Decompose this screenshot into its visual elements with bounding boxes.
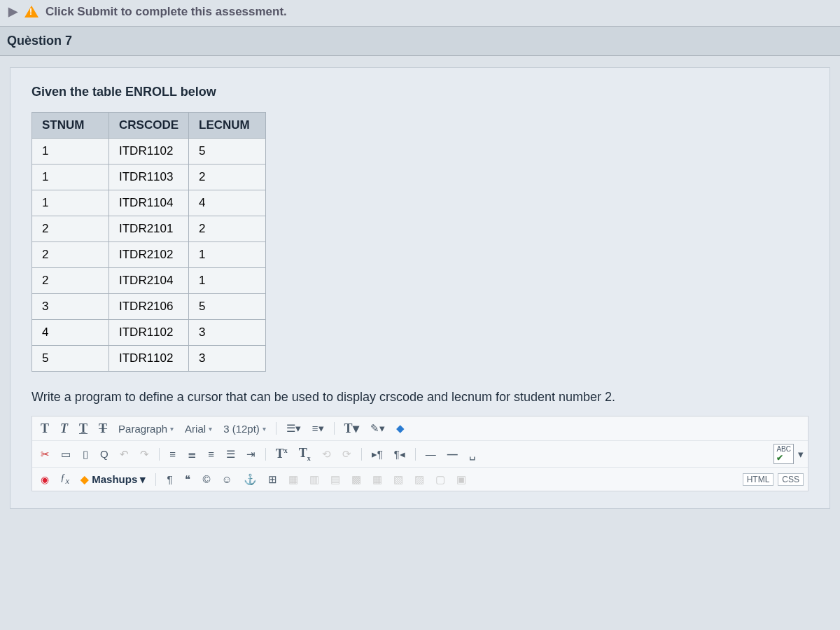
hr-thin-button[interactable]: —	[421, 447, 440, 461]
pilcrow-button[interactable]: ¶	[162, 472, 177, 486]
strike-button[interactable]: T	[94, 420, 111, 438]
rtl-button[interactable]: ¶◂	[390, 447, 410, 462]
table-button[interactable]: ⊞	[264, 472, 281, 487]
underline-button[interactable]: T	[75, 420, 92, 438]
font-select[interactable]: Arial▾	[181, 421, 216, 436]
link-button[interactable]: ⟲	[318, 447, 335, 462]
number-list-button[interactable]: ≡▾	[308, 421, 328, 436]
tbl-col-button[interactable]: ▤	[326, 472, 344, 487]
table-row: 2ITDR21041	[32, 268, 266, 294]
tbl-merge-button[interactable]: ▦	[368, 472, 386, 487]
tbl-del-button[interactable]: ▩	[347, 472, 365, 487]
assessment-hint: ▶ Click Submit to complete this assessme…	[0, 0, 840, 26]
italic-button[interactable]: T	[56, 420, 72, 438]
question-panel: Given the table ENROLL below STNUM CRSCO…	[10, 67, 830, 509]
table-row: 3ITDR21065	[32, 294, 266, 320]
eraser-button[interactable]: ◆	[392, 421, 409, 436]
format-select[interactable]: Paragraph▾	[114, 421, 178, 436]
unlink-button[interactable]: ⟳	[338, 447, 356, 462]
paste-button[interactable]: ▯	[78, 447, 93, 462]
table-row: 5ITDR11023	[32, 346, 266, 372]
table-row: 2ITDR21012	[32, 216, 266, 242]
layer-button[interactable]: ▢	[431, 472, 449, 487]
toolbar-row-2: ✂ ▭ ▯ Q ↶ ↷ ≡ ≣ ≡ ☰ ⇥ Tx Tx ⟲ ⟳ ▸¶ ¶◂ — …	[32, 441, 808, 468]
ltr-button[interactable]: ▸¶	[368, 447, 387, 462]
chevron-down-icon: ▾	[209, 425, 212, 433]
table-row: 1ITDR11044	[32, 190, 266, 216]
toolbar-row-3: ◉ ƒx ◆ Mashups ▾ ¶ ❝ © ☺ ⚓ ⊞ ▦ ▥ ▤ ▩ ▦ ▧…	[32, 468, 808, 491]
col-crscode: CRSCODE	[109, 113, 189, 139]
tbl-row-button[interactable]: ▥	[305, 472, 323, 487]
size-select[interactable]: 3 (12pt)▾	[219, 421, 270, 436]
align-left-button[interactable]: ≡	[165, 447, 181, 461]
rich-text-toolbar: T T T T Paragraph▾ Arial▾ 3 (12pt)▾ ☰▾ ≡…	[31, 416, 808, 491]
bold-button[interactable]: T	[36, 420, 53, 438]
table-row: 1ITDR11032	[32, 164, 266, 190]
copyright-button[interactable]: ©	[198, 472, 214, 486]
align-center-button[interactable]: ≣	[183, 447, 201, 462]
table-row: 2ITDR21021	[32, 242, 266, 268]
question-header: Quèstion 7	[0, 26, 840, 56]
table-row: 4ITDR11023	[32, 320, 266, 346]
nbsp-button[interactable]: ␣	[465, 447, 480, 462]
quote-button[interactable]: ❝	[180, 472, 195, 487]
chevron-down-icon: ▾	[798, 448, 804, 461]
spellcheck-button[interactable]: ABC✔	[774, 444, 794, 464]
warning-icon	[24, 6, 38, 18]
copy-button[interactable]: ▭	[57, 447, 75, 462]
bullet-list-button[interactable]: ☰▾	[282, 421, 305, 436]
toolbar-row-1: T T T T Paragraph▾ Arial▾ 3 (12pt)▾ ☰▾ ≡…	[32, 416, 808, 441]
redo-button[interactable]: ↷	[136, 447, 153, 462]
undo-button[interactable]: ↶	[115, 447, 133, 462]
instruction-text: Write a program to define a cursor that …	[31, 390, 808, 405]
arrow-icon: ▶	[8, 4, 18, 19]
indent-button[interactable]: ⇥	[242, 447, 260, 462]
prompt-text: Given the table ENROLL below	[31, 85, 808, 99]
anchor-button[interactable]: ⚓	[239, 472, 261, 487]
hr-thick-button[interactable]: —	[443, 447, 462, 461]
col-lecnum: LECNUM	[189, 113, 266, 139]
chevron-down-icon: ▾	[170, 425, 174, 433]
emoji-button[interactable]: ☺	[217, 472, 236, 486]
tbl-props-button[interactable]: ▨	[410, 472, 428, 487]
align-justify-button[interactable]: ☰	[222, 447, 239, 462]
table-row: 1ITDR11025	[32, 139, 266, 164]
cut-button[interactable]: ✂	[36, 447, 54, 462]
tbl-split-button[interactable]: ▧	[389, 472, 407, 487]
subscript-button[interactable]: Tx	[295, 444, 315, 463]
align-right-button[interactable]: ≡	[204, 447, 219, 461]
tbl-cell-button[interactable]: ▦	[284, 472, 302, 487]
col-stnum: STNUM	[32, 113, 109, 139]
text-color-button[interactable]: T▾	[340, 419, 363, 438]
highlight-button[interactable]: ✎▾	[366, 421, 389, 436]
html-view-button[interactable]: HTML	[743, 473, 774, 486]
hint-text: Click Submit to complete this assessment…	[46, 5, 287, 19]
mashups-button[interactable]: ◆ Mashups ▾	[76, 472, 150, 487]
layer2-button[interactable]: ▣	[452, 472, 470, 487]
superscript-button[interactable]: Tx	[272, 445, 292, 463]
css-view-button[interactable]: CSS	[778, 473, 804, 486]
enroll-table: STNUM CRSCODE LECNUM 1ITDR11025 1ITDR110…	[31, 112, 266, 372]
record-button[interactable]: ◉	[36, 472, 53, 486]
chevron-down-icon: ▾	[262, 425, 266, 433]
fx-button[interactable]: ƒx	[56, 470, 74, 488]
find-button[interactable]: Q	[96, 447, 113, 461]
